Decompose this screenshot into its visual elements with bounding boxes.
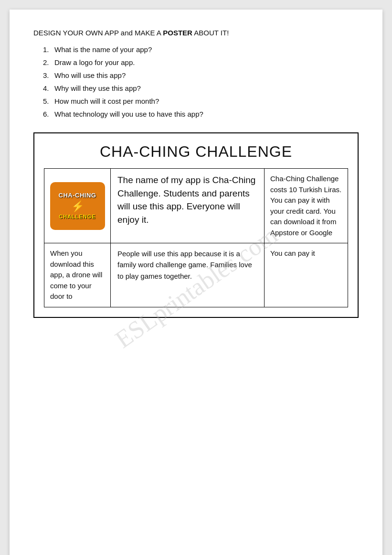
list-item: 5. How much will it cost per month? (43, 97, 359, 105)
app-description-cell: The name of my app is Cha-Ching Challeng… (111, 168, 265, 243)
payment-text: You can pay it (270, 249, 315, 257)
app-description-text: The name of my app is Cha-Ching Challeng… (117, 175, 255, 225)
question-text: What is the name of your app? (54, 45, 152, 54)
reason-cell: People will use this app because it is a… (111, 243, 265, 307)
question-text: What technology will you use to have thi… (54, 110, 203, 118)
questions-list: 1. What is the name of your app? 2. Draw… (43, 45, 359, 118)
question-number: 5. (43, 97, 54, 105)
poster-box: CHA-CHING CHALLENGE CHA-CHING ⚡ CHALLENG… (33, 132, 359, 318)
list-item: 3. Who will use this app? (43, 71, 359, 79)
poster-grid-bottom: When you download this app, a drone will… (44, 243, 348, 307)
technology-text: When you download this app, a drone will… (50, 249, 102, 300)
list-item: 2. Draw a logo for your app. (43, 58, 359, 66)
payment-cell: You can pay it (265, 243, 348, 307)
lightning-icon: ⚡ (71, 200, 84, 213)
page: ESLprintables.com DESIGN YOUR OWN APP an… (10, 10, 382, 555)
question-number: 3. (43, 71, 54, 79)
app-logo-cell: CHA-CHING ⚡ CHALLENGE (44, 168, 111, 243)
header-instruction: DESIGN YOUR OWN APP and MAKE A POSTER AB… (33, 29, 359, 37)
poster-title: CHA-CHING CHALLENGE (44, 143, 348, 161)
question-text: Draw a logo for your app. (54, 58, 135, 66)
logo-top-text: CHA-CHING (59, 192, 96, 199)
list-item: 4. Why will they use this app? (43, 84, 359, 92)
question-number: 4. (43, 84, 54, 92)
question-number: 6. (43, 110, 54, 118)
cost-text: Cha-Ching Challenge costs 10 Turkish Lir… (270, 174, 341, 237)
poster-grid-top: CHA-CHING ⚡ CHALLENGE The name of my app… (44, 168, 348, 243)
question-text: Why will they use this app? (54, 84, 141, 92)
question-text: Who will use this app? (54, 71, 126, 79)
reason-text: People will use this app because it is a… (117, 250, 252, 280)
logo-bottom-text: CHALLENGE (59, 214, 95, 219)
app-logo: CHA-CHING ⚡ CHALLENGE (50, 182, 105, 230)
question-text: How much will it cost per month? (54, 97, 159, 105)
cost-cell: Cha-Ching Challenge costs 10 Turkish Lir… (265, 168, 348, 243)
question-number: 2. (43, 58, 54, 66)
list-item: 1. What is the name of your app? (43, 45, 359, 54)
technology-cell: When you download this app, a drone will… (44, 243, 111, 307)
list-item: 6. What technology will you use to have … (43, 110, 359, 118)
question-number: 1. (43, 45, 54, 54)
